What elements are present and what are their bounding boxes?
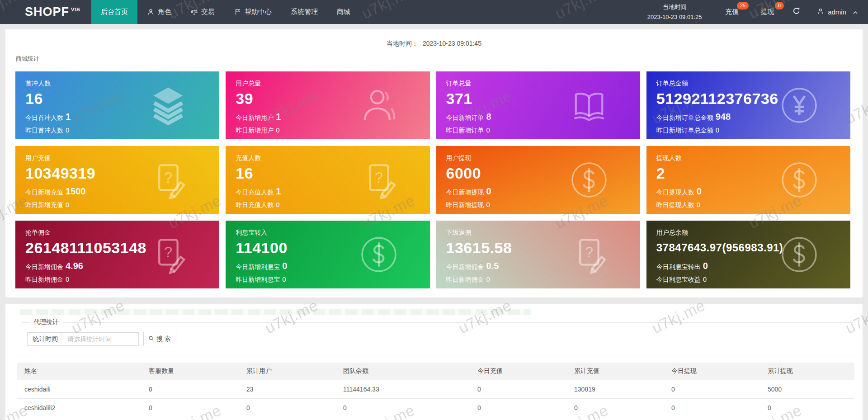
table-cell: 0: [470, 380, 567, 398]
card-title: 充值人数: [236, 154, 429, 162]
menu-item-5[interactable]: 系统管理: [281, 0, 327, 24]
menu-item-3[interactable]: 交易: [181, 0, 224, 24]
card-subline: 今日利息宝收益0: [656, 275, 850, 284]
svg-text:?: ?: [164, 244, 172, 260]
refresh-button[interactable]: [785, 0, 808, 24]
menu-item-6[interactable]: 商城: [327, 0, 360, 24]
card-subline: 今日新增佣金0.5: [446, 261, 640, 271]
card-subline: 昨日提现人数0: [656, 201, 850, 209]
table-cell: 0: [142, 398, 239, 417]
user-icon: [147, 8, 155, 16]
table-cell: 130819: [567, 380, 664, 398]
table-cell: 0: [142, 380, 239, 398]
table-header-cell: 团队余额: [336, 363, 470, 380]
withdraw-badge: 0: [775, 2, 784, 9]
menu-item-1[interactable]: 后台首页: [91, 0, 137, 24]
card-title: 用户充值: [25, 154, 219, 162]
layers-icon: [149, 86, 188, 125]
card-title: 订单总金额: [656, 80, 850, 88]
chevron-up-icon: [852, 9, 858, 15]
search-button[interactable]: 搜索: [143, 332, 176, 346]
table-row: ceshidalili20000000: [17, 398, 854, 417]
withdraw-nav-item[interactable]: 提现 0: [754, 0, 780, 24]
card-subline: 昨日新增佣金0: [25, 275, 219, 284]
local-time-value: 2023-10-23 09:01:25: [647, 12, 702, 22]
card-subline: 今日首冲人数1: [25, 112, 219, 122]
table-header-cell: 今日提现: [664, 363, 760, 380]
stat-card-3: 订单总量371今日新增订单8昨日新增订单0: [436, 71, 640, 139]
table-cell: 11144164.33: [336, 380, 470, 398]
table-header-cell: 今日充值: [470, 363, 567, 380]
card-subline: 昨日新增佣金0: [446, 275, 640, 284]
card-subline: 今日新增订单总金额948: [656, 112, 850, 122]
time-line-label: 当地时间：: [387, 40, 418, 47]
stat-card-6: 充值人数16今日充值人数1昨日充值人数0?: [226, 146, 429, 214]
agent-stats-panel: 代理统计 统计时间 搜索: [5, 304, 863, 420]
agent-legend: 代理统计: [29, 318, 63, 326]
table-cell: 0: [336, 417, 470, 420]
table-cell: 0: [336, 398, 470, 417]
dollar-icon: [359, 235, 398, 274]
menu-item-4[interactable]: 帮助中心: [224, 0, 281, 24]
card-subline: 昨日新增订单0: [446, 126, 640, 135]
navbar-right: 当地时间 2023-10-23 09:01:25 充值 25 提现 0: [635, 0, 868, 24]
paper-icon: ?: [359, 160, 398, 199]
stat-card-9: 抢单佣金26148111053148今日新增佣金4.96昨日新增佣金0?: [15, 221, 219, 288]
user-menu[interactable]: admin: [808, 0, 868, 24]
stat-card-7: 用户提现6000今日新增提现0昨日新增提现0: [436, 146, 640, 214]
table-header-cell: 累计充值: [567, 363, 664, 380]
search-button-label: 搜索: [157, 335, 172, 343]
card-title: 利息宝转入: [236, 229, 429, 237]
menu-item-2[interactable]: 角色: [137, 0, 181, 24]
card-value: 13615.58: [446, 239, 640, 257]
app-logo-text: SHOPF: [25, 5, 69, 19]
table-cell: a00001: [17, 417, 142, 420]
search-icon: [148, 335, 155, 343]
card-value: 6000: [446, 164, 640, 182]
paper-icon: ?: [570, 235, 609, 274]
table-cell: 0: [760, 417, 854, 420]
card-subline: 昨日充值人数0: [236, 201, 429, 209]
card-subline: 昨日新增提现0: [446, 201, 640, 209]
refresh-icon: [792, 7, 801, 17]
card-subline: 今日新增用户1: [236, 112, 429, 122]
stat-card-4: 订单总金额51292112376736今日新增订单总金额948昨日新增订单总金额…: [646, 71, 850, 139]
table-cell: 0: [142, 417, 239, 420]
table-row: a000010000000: [17, 417, 854, 420]
card-title: 首冲人数: [25, 80, 219, 88]
card-title: 抢单佣金: [25, 229, 219, 237]
stats-panel: 当地时间： 2023-10-23 09:01:45 商城统计 首冲人数16今日首…: [5, 29, 863, 297]
stat-time-input-group: 统计时间: [27, 332, 139, 346]
card-title: 下级返佣: [446, 229, 640, 237]
yen-icon: [780, 86, 819, 125]
menu-item-label: 商城: [337, 8, 350, 16]
table-header-cell: 客服数量: [142, 363, 239, 380]
card-value: 10349319: [25, 164, 219, 182]
table-cell: 0: [567, 398, 664, 417]
table-cell: 0: [760, 398, 854, 417]
faded-notice-band: [20, 309, 531, 315]
recharge-nav-item[interactable]: 充值 25: [719, 0, 745, 24]
svg-text:?: ?: [585, 244, 593, 260]
card-value: 39: [236, 90, 429, 108]
section-divider: [17, 355, 854, 355]
username: admin: [828, 8, 846, 16]
svg-text:?: ?: [164, 169, 172, 186]
table-row: ceshidaili02311144164.33013081905000: [17, 380, 854, 398]
stat-time-input[interactable]: [62, 333, 138, 345]
card-subline: 今日利息宝转出0: [656, 261, 850, 271]
local-time-line: 当地时间： 2023-10-23 09:01:45: [5, 29, 863, 48]
person-icon: [359, 86, 398, 125]
table-header-row: 姓名客服数量累计用户团队余额今日充值累计充值今日提现累计提现: [17, 363, 854, 380]
card-title: 订单总量: [446, 80, 640, 88]
card-title: 用户提现: [446, 154, 640, 162]
table-cell: 0: [470, 398, 567, 417]
table-cell: ceshidalili2: [17, 398, 142, 417]
scales-icon: [190, 8, 198, 16]
card-subline: 昨日首冲人数0: [25, 126, 219, 135]
card-title: 用户总余额: [656, 229, 850, 237]
table-cell: 0: [470, 417, 567, 420]
table-header-cell: 累计提现: [760, 363, 854, 380]
local-time-block: 当地时间 2023-10-23 09:01:25: [635, 0, 714, 24]
card-subline: 昨日新增利息宝0: [236, 275, 429, 284]
